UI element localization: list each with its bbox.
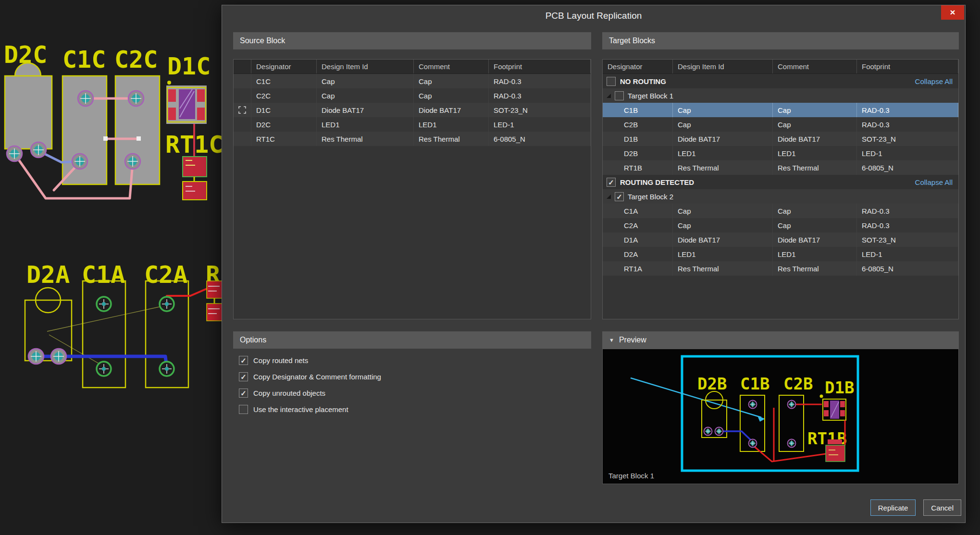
table-row[interactable]: D1B Diode BAT17 Diode BAT17 SOT-23_N [603,132,958,146]
check-icon: ✓ [240,373,247,380]
table-row[interactable]: C2C Cap Cap RAD-0.3 [234,88,591,103]
screen: D2C C1C C2C D1C RT1C [0,0,980,535]
replicate-button[interactable]: Replicate [870,499,916,516]
cell-comment: Cap [773,204,857,218]
cell-design-item-id: Diode BAT17 [673,132,773,146]
cell-comment: LED1 [773,146,857,160]
group-row-routing-detected[interactable]: ✓ ROUTING DETECTED Collapse All [603,175,958,189]
group-label: ROUTING DETECTED [620,178,694,186]
cell-footprint: 6-0805_N [489,132,591,146]
preview-label-d2b: D2B [697,374,727,393]
cell-design-item-id: Cap [673,103,773,117]
preview-component-rt1b [826,439,845,462]
preview-title: Preview [619,336,646,344]
checkbox[interactable]: ✓ [239,405,248,414]
cancel-button[interactable]: Cancel [923,499,961,516]
row-marker-cell [234,103,251,117]
option-copy-formatting[interactable]: ✓ Copy Designator & Comment formatting [233,368,591,385]
collapse-triangle-icon[interactable]: ▼ [609,337,614,343]
cell-design-item-id: Cap [673,117,773,132]
option-label: Use the interactive placement [253,405,348,413]
cell-footprint: RAD-0.3 [857,218,958,232]
check-icon: ✓ [240,389,247,397]
cell-footprint: RAD-0.3 [857,103,958,117]
cell-designator: RT1A [603,261,673,276]
table-row[interactable]: RT1B Res Thermal Res Thermal 6-0805_N [603,160,958,175]
option-copy-unrouted-objects[interactable]: ✓ Copy unrouted objects [233,385,591,401]
cell-comment: Cap [773,218,857,232]
cell-footprint: RAD-0.3 [489,88,591,103]
table-row[interactable]: RT1C Res Thermal Res Thermal 6-0805_N [234,132,591,146]
cell-comment: Cap [414,88,489,103]
pcb-label-d2a: D2A [26,261,70,289]
collapse-all-link[interactable]: Collapse All [915,77,953,85]
table-row[interactable]: C1A Cap Cap RAD-0.3 [603,204,958,218]
table-row[interactable]: RT1A Res Thermal Res Thermal 6-0805_N [603,261,958,276]
cell-design-item-id: Res Thermal [673,261,773,276]
table-row[interactable]: C2A Cap Cap RAD-0.3 [603,218,958,232]
block-label: Target Block 1 [628,92,673,100]
table-row[interactable]: D2A LED1 LED1 LED-1 [603,247,958,261]
checkbox[interactable]: ✓ [239,389,248,398]
cell-comment: Diode BAT17 [773,132,857,146]
option-label: Copy unrouted objects [253,389,325,397]
expand-triangle-icon[interactable] [607,94,611,98]
cell-comment: LED1 [414,117,489,132]
check-icon: ✓ [240,357,247,364]
cell-comment: Diode BAT17 [414,103,489,117]
block-row-target-block-1[interactable]: ✓ Target Block 1 [603,88,958,103]
cell-footprint: RAD-0.3 [857,204,958,218]
table-row[interactable]: C1B Cap Cap RAD-0.3 [603,103,958,117]
table-row[interactable]: D1C Diode BAT17 Diode BAT17 SOT-23_N [234,103,591,117]
close-button[interactable]: × [941,5,964,20]
cell-designator: RT1B [603,160,673,175]
component-rt1c [183,157,207,200]
table-row[interactable]: D2C LED1 LED1 LED-1 [234,117,591,132]
option-label: Copy routed nets [253,356,308,365]
block-checkbox[interactable]: ✓ [615,91,624,100]
table-row[interactable]: D1A Diode BAT17 Diode BAT17 SOT-23_N [603,232,958,247]
options-list: ✓ Copy routed nets ✓ Copy Designator & C… [233,352,591,417]
table-row[interactable]: D2B LED1 LED1 LED-1 [603,146,958,160]
source-table[interactable]: Designator Design Item Id Comment Footpr… [233,59,591,319]
table-row[interactable]: C2B Cap Cap RAD-0.3 [603,117,958,132]
option-interactive-placement[interactable]: ✓ Use the interactive placement [233,401,591,417]
cell-designator: D2B [603,146,673,160]
cell-design-item-id: LED1 [673,146,773,160]
cell-footprint: LED-1 [857,146,958,160]
selection-target-icon [238,106,246,114]
option-copy-routed-nets[interactable]: ✓ Copy routed nets [233,352,591,368]
checkbox[interactable]: ✓ [239,372,248,381]
cell-designator: C1B [603,103,673,117]
cell-comment: Res Thermal [414,132,489,146]
cell-designator: C2C [251,88,317,103]
block-checkbox[interactable]: ✓ [615,192,624,201]
source-column: Source Block Designator Design Item Id C… [233,5,591,523]
cell-designator: D2C [251,117,317,132]
check-icon: ✓ [608,179,614,186]
preview-label-d1b: D1B [825,378,854,397]
target-table[interactable]: Designator Design Item Id Comment Footpr… [602,59,959,319]
cell-design-item-id: Cap [317,74,414,88]
preview-caption: Target Block 1 [608,472,654,480]
group-row-no-routing[interactable]: ✓ NO ROUTING Collapse All [603,74,958,88]
preview-header[interactable]: ▼ Preview [602,331,959,349]
table-row[interactable]: C1C Cap Cap RAD-0.3 [234,74,591,88]
group-checkbox[interactable]: ✓ [607,77,616,86]
preview-label-c1b: C1B [740,374,769,393]
block-row-target-block-2[interactable]: ✓ Target Block 2 [603,189,958,204]
checkbox[interactable]: ✓ [239,356,248,365]
group-checkbox[interactable]: ✓ [607,178,616,187]
cell-footprint: RAD-0.3 [857,117,958,132]
header-icon-col [234,60,251,73]
options-title: Options [240,336,266,344]
cell-design-item-id: LED1 [673,247,773,261]
cell-designator: C1A [603,204,673,218]
source-block-title: Source Block [240,36,285,45]
option-label: Copy Designator & Comment formatting [253,373,381,381]
pcb-layout-replication-dialog: PCB Layout Replication × Source Block De… [222,5,966,523]
target-column: Target Blocks Designator Design Item Id … [602,5,959,523]
expand-triangle-icon[interactable] [607,195,611,199]
pcb-top-cluster: D2C C1C C2C D1C RT1C [4,41,223,200]
collapse-all-link[interactable]: Collapse All [915,178,953,186]
